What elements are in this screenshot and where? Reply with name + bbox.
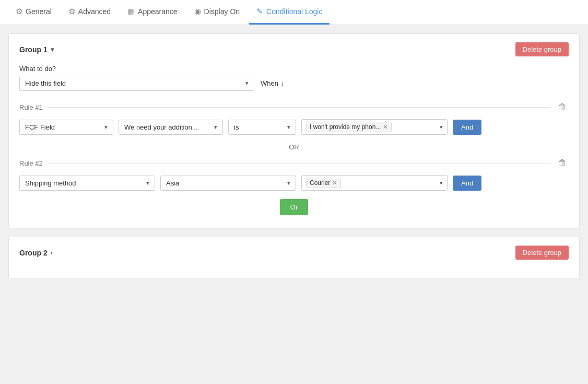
rule1-divider — [48, 107, 551, 108]
display-on-icon: ◉ — [194, 7, 201, 16]
rule2-condition-select[interactable]: Asia ▾ — [160, 176, 296, 191]
rule2-condition-arrow-icon: ▾ — [287, 180, 290, 187]
rule2-tag-close-icon[interactable]: ✕ — [332, 180, 337, 186]
or-divider-1: OR — [19, 143, 569, 151]
rule2-condition-value: Asia — [166, 179, 284, 187]
rule2-field-value: Shipping method — [25, 179, 143, 187]
group1-chevron-icon[interactable]: ▾ — [51, 46, 54, 53]
group1-delete-button[interactable]: Delete group — [515, 42, 569, 56]
rule2-divider — [48, 163, 551, 164]
tab-conditional-logic[interactable]: ✎ Conditional Logic — [249, 0, 330, 25]
rule1-field-value: FCF Field — [25, 123, 101, 131]
group1-header: Group 1 ▾ Delete group — [19, 42, 569, 56]
rule1-tag-item: I won't provide my phon... ✕ — [306, 122, 392, 132]
when-arrow-icon: ↓ — [280, 79, 284, 87]
appearance-icon: ▦ — [127, 7, 135, 16]
when-label: When ↓ — [261, 79, 284, 87]
rule1-tag-text: I won't provide my phon... — [310, 123, 381, 131]
general-icon: ⚙ — [16, 7, 22, 16]
tab-display-on[interactable]: ◉ Display On — [187, 0, 247, 25]
tab-appearance-label: Appearance — [138, 7, 178, 16]
rule2-section: Rule #2 🗑 Shipping method ▾ Asia ▾ — [19, 157, 569, 191]
rule2-field-arrow-icon: ▾ — [146, 180, 149, 187]
what-to-do-value: Hide this field — [25, 79, 242, 87]
tab-advanced-label: Advanced — [78, 7, 111, 16]
group1-card: Group 1 ▾ Delete group What to do? Hide … — [8, 33, 580, 228]
rule2-tag-arrow-icon: ▾ — [440, 180, 443, 187]
tab-display-on-label: Display On — [204, 7, 240, 16]
conditional-logic-icon: ✎ — [256, 7, 263, 16]
what-to-do-select[interactable]: Hide this field ▾ — [19, 76, 254, 91]
rule2-row: Shipping method ▾ Asia ▾ Courier ✕ ▾ — [19, 175, 569, 191]
tab-general[interactable]: ⚙ General — [8, 0, 59, 25]
rule1-row: FCF Field ▾ We need your addition... ▾ i… — [19, 119, 569, 135]
rule1-field-select[interactable]: FCF Field ▾ — [19, 120, 113, 135]
rule1-delete-button[interactable]: 🗑 — [556, 101, 569, 113]
rule1-tag-arrow-icon: ▾ — [440, 124, 443, 131]
what-to-do-row: What to do? Hide this field ▾ When ↓ — [19, 65, 569, 91]
rule2-header: Rule #2 🗑 — [19, 157, 569, 169]
tab-conditional-logic-label: Conditional Logic — [266, 7, 322, 16]
rule1-condition-select[interactable]: We need your addition... ▾ — [119, 120, 223, 135]
group2-chevron-icon[interactable]: › — [51, 249, 53, 257]
rule1-condition-arrow-icon: ▾ — [214, 124, 217, 131]
group1-title: Group 1 ▾ — [19, 45, 54, 54]
rule1-tag-select[interactable]: I won't provide my phon... ✕ ▾ — [301, 119, 448, 135]
rule1-header: Rule #1 🗑 — [19, 101, 569, 113]
or-button[interactable]: Or — [280, 199, 308, 215]
rule1-operator-value: is — [234, 123, 284, 131]
rule1-operator-select[interactable]: is ▾ — [228, 120, 296, 135]
main-content: Group 1 ▾ Delete group What to do? Hide … — [0, 25, 588, 384]
tab-advanced[interactable]: ⚙ Advanced — [61, 0, 118, 25]
tab-appearance[interactable]: ▦ Appearance — [120, 0, 185, 25]
rule1-condition-value: We need your addition... — [124, 123, 211, 131]
rule2-delete-button[interactable]: 🗑 — [556, 157, 569, 169]
tabs-bar: ⚙ General ⚙ Advanced ▦ Appearance ◉ Disp… — [0, 0, 588, 25]
rule2-tag-item: Courier ✕ — [306, 178, 341, 188]
rule1-field-arrow-icon: ▾ — [104, 124, 108, 131]
rule2-tag-text: Courier — [310, 179, 330, 187]
what-to-do-section: What to do? Hide this field ▾ — [19, 65, 254, 91]
advanced-icon: ⚙ — [68, 7, 75, 16]
rule2-tag-select[interactable]: Courier ✕ ▾ — [301, 175, 448, 191]
rule2-field-select[interactable]: Shipping method ▾ — [19, 176, 155, 191]
rule2-and-button[interactable]: And — [453, 176, 481, 191]
group2-title: Group 2 › — [19, 249, 53, 257]
rule1-tag-close-icon[interactable]: ✕ — [383, 124, 388, 130]
rule1-label: Rule #1 — [19, 103, 43, 111]
group2-delete-button[interactable]: Delete group — [515, 246, 569, 260]
rule1-and-button[interactable]: And — [453, 120, 481, 135]
what-to-do-arrow-icon: ▾ — [245, 80, 249, 87]
group2-title-text: Group 2 — [19, 249, 48, 257]
rule2-label: Rule #2 — [19, 159, 43, 167]
when-text: When — [261, 79, 278, 87]
group2-card: Group 2 › Delete group — [8, 237, 580, 279]
rule1-operator-arrow-icon: ▾ — [287, 124, 290, 131]
group1-title-text: Group 1 — [19, 45, 48, 54]
rule1-section: Rule #1 🗑 FCF Field ▾ We need your addit… — [19, 101, 569, 135]
what-to-do-label: What to do? — [19, 65, 254, 73]
tab-general-label: General — [26, 7, 52, 16]
group2-header: Group 2 › Delete group — [19, 246, 569, 260]
